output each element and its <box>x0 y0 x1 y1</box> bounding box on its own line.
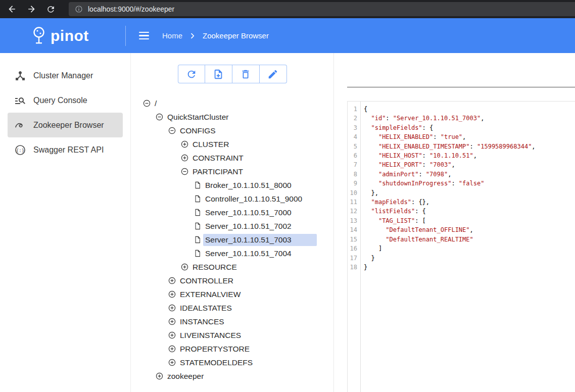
editor-line: 13 "TAG_LIST": [ <box>348 216 575 225</box>
file-icon[interactable] <box>194 236 201 243</box>
browser-chrome: localhost:9000/#/zookeeper <box>0 0 575 18</box>
tree-node-statemodeldefs[interactable]: STATEMODELDEFS <box>143 356 333 369</box>
tree-node-server-10-1-10-51-7004[interactable]: Server_10.1.10.51_7004 <box>143 247 333 260</box>
logo-text: pinot <box>51 27 89 44</box>
expand-icon[interactable] <box>181 140 188 148</box>
tree-node-zookeeper[interactable]: zookeeper <box>143 369 333 383</box>
sidebar-item-zookeeper-browser[interactable]: Zookeeper Browser <box>8 113 123 137</box>
file-icon[interactable] <box>194 195 201 203</box>
tree-node-label: Server_10.1.10.51_7002 <box>205 222 292 231</box>
line-number: 4 <box>348 132 360 141</box>
line-content: "HELIX_HOST": "10.1.10.51", <box>360 151 477 160</box>
info-icon[interactable] <box>75 5 83 13</box>
tree-node-configs[interactable]: CONFIGS <box>143 124 333 137</box>
refresh-button[interactable] <box>178 65 205 83</box>
browser-refresh-icon[interactable] <box>44 3 57 15</box>
expand-icon[interactable] <box>168 290 176 298</box>
file-icon[interactable] <box>194 250 201 257</box>
sidebar-item-cluster-manager[interactable]: Cluster Manager <box>8 63 123 88</box>
file-icon[interactable] <box>194 181 201 189</box>
breadcrumb-current: Zookeeper Browser <box>203 31 269 40</box>
gutter-divider <box>360 102 361 392</box>
tree-node-instances[interactable]: INSTANCES <box>143 315 333 328</box>
app-header: pinot Home Zookeeper Browser <box>0 18 575 53</box>
tree-node-label: STATEMODELDEFS <box>180 358 253 367</box>
edit-node-button[interactable] <box>260 65 287 83</box>
edit-node-icon <box>267 69 278 80</box>
delete-node-button[interactable] <box>232 65 260 83</box>
line-content: } <box>360 254 375 263</box>
expand-icon[interactable] <box>156 372 163 380</box>
line-content: "id": "Server_10.1.10.51_7003", <box>360 114 484 123</box>
refresh-icon <box>186 69 197 80</box>
tree-toolbar <box>178 65 287 83</box>
back-icon[interactable] <box>6 3 18 15</box>
editor-line: 15 "DefaultTenant_REALTIME" <box>348 235 575 244</box>
add-node-button[interactable] <box>205 65 232 83</box>
line-content: "shutdownInProgress": "false" <box>360 179 484 188</box>
tree-node-participant[interactable]: PARTICIPANT <box>143 165 333 178</box>
tree-node-cluster[interactable]: CLUSTER <box>143 137 333 151</box>
address-bar[interactable]: localhost:9000/#/zookeeper <box>69 2 575 16</box>
collapse-icon[interactable] <box>156 113 163 121</box>
collapse-icon[interactable] <box>143 100 151 107</box>
tree-node-controller[interactable]: CONTROLLER <box>143 274 333 287</box>
collapse-icon[interactable] <box>181 168 188 175</box>
line-content: "HELIX_ENABLED_TIMESTAMP": "159958996834… <box>360 142 536 151</box>
pinot-logo[interactable]: pinot <box>0 26 125 45</box>
node-detail-panel: 1{2 "id": "Server_10.1.10.51_7003",3 "si… <box>333 53 575 392</box>
expand-icon[interactable] <box>168 318 176 325</box>
expand-icon[interactable] <box>168 359 176 366</box>
line-content: "mapFields": {}, <box>360 198 429 207</box>
tree-node-externalview[interactable]: EXTERNALVIEW <box>143 287 333 301</box>
file-icon[interactable] <box>194 222 201 230</box>
tree-node-label: Server_10.1.10.51_7000 <box>205 208 292 217</box>
delete-node-icon <box>240 69 251 80</box>
tree-node-server-10-1-10-51-7002[interactable]: Server_10.1.10.51_7002 <box>143 219 333 233</box>
tree-node-idealstates[interactable]: IDEALSTATES <box>143 301 333 315</box>
node-path-input[interactable] <box>347 66 575 87</box>
sidebar-item-label: Swagger REST API <box>33 145 104 155</box>
tree-node-server-10-1-10-51-7003[interactable]: Server_10.1.10.51_7003 <box>143 233 333 247</box>
tree-node-constraint[interactable]: CONSTRAINT <box>143 151 333 165</box>
line-content: } <box>360 263 367 272</box>
tree-node-liveinstances[interactable]: LIVEINSTANCES <box>143 328 333 342</box>
expand-icon[interactable] <box>181 263 188 271</box>
sidebar-item-query-console[interactable]: Query Console <box>8 88 123 113</box>
tree-node-propertystore[interactable]: PROPERTYSTORE <box>143 342 333 356</box>
expand-icon[interactable] <box>168 304 176 312</box>
line-number: 18 <box>348 263 360 272</box>
line-number: 14 <box>348 225 360 234</box>
expand-icon[interactable] <box>181 154 188 162</box>
tree-node-quickstartcluster[interactable]: QuickStartCluster <box>143 110 333 124</box>
tree-node-label: PARTICIPANT <box>193 167 243 176</box>
expand-icon[interactable] <box>168 345 176 353</box>
line-number: 13 <box>348 216 360 225</box>
editor-line: 7 "HELIX_PORT": "7003", <box>348 160 575 169</box>
tree-node-label: RESOURCE <box>193 263 237 272</box>
breadcrumb: Home Zookeeper Browser <box>162 31 269 40</box>
menu-icon[interactable] <box>139 32 149 40</box>
collapse-icon[interactable] <box>168 127 176 134</box>
sidebar-item-swagger-rest-api[interactable]: {:}Swagger REST API <box>8 137 123 162</box>
json-editor[interactable]: 1{2 "id": "Server_10.1.10.51_7003",3 "si… <box>347 101 575 392</box>
line-number: 17 <box>348 254 360 263</box>
chevron-right-icon <box>188 32 197 40</box>
forward-icon[interactable] <box>25 3 37 15</box>
line-number: 12 <box>348 207 360 216</box>
tree-node-resource[interactable]: RESOURCE <box>143 260 333 274</box>
file-icon[interactable] <box>194 209 201 216</box>
breadcrumb-home[interactable]: Home <box>162 31 182 40</box>
editor-line: 6 "HELIX_HOST": "10.1.10.51", <box>348 151 575 160</box>
editor-lines: 1{2 "id": "Server_10.1.10.51_7003",3 "si… <box>348 102 575 272</box>
editor-line: 9 "shutdownInProgress": "false" <box>348 179 575 188</box>
tree-node-broker-10-1-10-51-8000[interactable]: Broker_10.1.10.51_8000 <box>143 178 333 192</box>
expand-icon[interactable] <box>168 331 176 339</box>
line-content: ] <box>360 244 382 253</box>
url-text: localhost:9000/#/zookeeper <box>88 5 174 13</box>
expand-icon[interactable] <box>168 277 176 284</box>
tree-node-server-10-1-10-51-7000[interactable]: Server_10.1.10.51_7000 <box>143 206 333 219</box>
tree-node-controller-10-1-10-51-9000[interactable]: Controller_10.1.10.51_9000 <box>143 192 333 206</box>
tree-node-[interactable]: / <box>143 96 333 110</box>
editor-line: 16 ] <box>348 244 575 253</box>
